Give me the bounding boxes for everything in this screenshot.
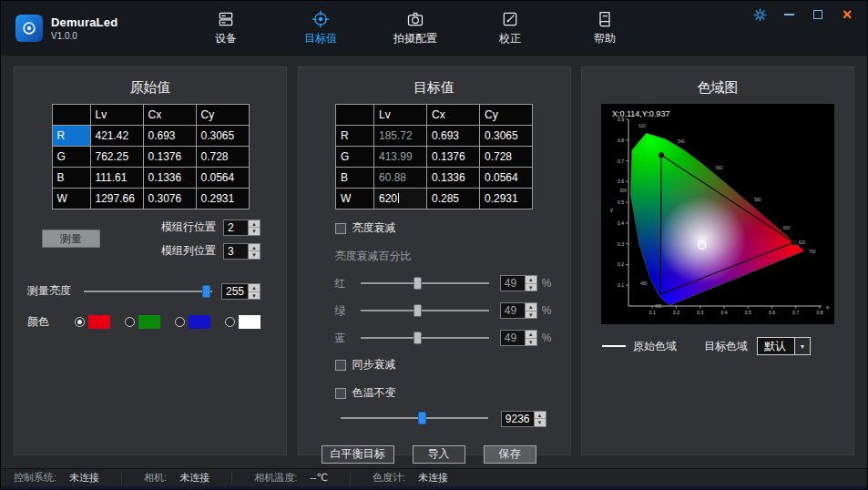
spin-up-icon[interactable]: ▲ <box>526 276 536 283</box>
spin-down-icon[interactable]: ▼ <box>249 291 260 300</box>
cell-R-Cx[interactable]: 0.693 <box>427 126 480 147</box>
cell-W-Cy[interactable]: 0.2931 <box>480 189 533 209</box>
row-header-B[interactable]: B <box>336 168 374 189</box>
cell-W-Lv[interactable]: 1297.66 <box>90 189 143 209</box>
luma-decay-checkrow: 亮度衰减 <box>335 220 570 236</box>
channel-red-decay-spinner[interactable]: 49▲▼ <box>500 275 537 291</box>
nav-item-target-value[interactable]: 目标值 <box>299 10 342 46</box>
nav-item-calibration[interactable]: 校正 <box>488 10 532 46</box>
cell-W-Cx[interactable]: 0.3076 <box>143 189 196 209</box>
spin-up-icon[interactable]: ▲ <box>526 331 536 338</box>
channel-red-decay-slider[interactable] <box>361 276 489 291</box>
panel-title-gamut: 色域图 <box>582 79 853 97</box>
module-col-spinner[interactable]: 3▲▼ <box>223 243 260 260</box>
target-gamut-select[interactable]: 默认 ▼ <box>757 337 811 355</box>
nav-item-device[interactable]: 设备 <box>204 10 248 46</box>
channel-green-decay-spinner[interactable]: 49▲▼ <box>500 302 537 319</box>
table-row-G: G762.250.13760.728 <box>52 147 249 168</box>
close-button[interactable]: × <box>840 7 854 22</box>
row-header-W[interactable]: W <box>52 189 90 209</box>
cell-R-Cx[interactable]: 0.693 <box>143 126 196 147</box>
cell-W-Cy[interactable]: 0.2931 <box>196 189 249 209</box>
color-option-white[interactable] <box>225 315 260 329</box>
cell-R-Cy[interactable]: 0.3065 <box>480 126 533 147</box>
cell-G-Lv[interactable]: 413.99 <box>374 147 427 168</box>
slider-handle[interactable] <box>414 332 422 344</box>
radio-blue[interactable] <box>175 317 185 327</box>
cell-G-Cy[interactable]: 0.728 <box>196 147 249 168</box>
maximize-button[interactable] <box>811 7 825 22</box>
slider-handle[interactable] <box>414 304 422 317</box>
cell-G-Cx[interactable]: 0.1376 <box>143 147 196 168</box>
cell-G-Cx[interactable]: 0.1376 <box>427 147 480 168</box>
spin-up-icon[interactable]: ▲ <box>535 412 546 419</box>
nav-item-capture-config[interactable]: 拍摄配置 <box>393 10 437 46</box>
import-button[interactable]: 导入 <box>413 445 465 464</box>
cell-B-Lv[interactable]: 60.88 <box>374 168 427 189</box>
spin-up-icon[interactable]: ▲ <box>526 303 536 311</box>
save-button[interactable]: 保存 <box>484 445 536 464</box>
target-values-table: LvCxCyR185.720.6930.3065G413.990.13760.7… <box>335 104 533 209</box>
channel-blue-decay-slider[interactable] <box>361 331 489 345</box>
radio-green[interactable] <box>125 317 135 327</box>
spin-down-icon[interactable]: ▼ <box>249 250 260 259</box>
nav-item-help[interactable]: 帮助 <box>583 10 627 46</box>
slider-handle[interactable] <box>418 412 426 424</box>
luma-decay-checkbox[interactable] <box>335 223 346 234</box>
spin-down-icon[interactable]: ▼ <box>535 418 546 426</box>
sync-decay-checkbox[interactable] <box>335 360 346 371</box>
cell-B-Cx[interactable]: 0.1336 <box>427 168 480 189</box>
spin-down-icon[interactable]: ▼ <box>526 338 536 346</box>
measure-color-row: 颜色 <box>27 314 260 330</box>
cell-R-Lv[interactable]: 421.42 <box>90 126 143 147</box>
cell-B-Cy[interactable]: 0.0564 <box>480 168 533 189</box>
cell-W-Cx[interactable]: 0.285 <box>427 189 480 209</box>
spin-up-icon[interactable]: ▲ <box>249 244 260 251</box>
cell-B-Cx[interactable]: 0.1336 <box>143 168 196 189</box>
column-header-corner <box>52 105 90 126</box>
cell-W-Lv[interactable]: 620 <box>374 189 427 209</box>
channel-green-decay-slider[interactable] <box>361 303 489 318</box>
spin-up-icon[interactable]: ▲ <box>249 220 260 228</box>
row-header-W[interactable]: W <box>336 189 374 209</box>
row-header-B[interactable]: B <box>52 168 90 189</box>
slider-handle[interactable] <box>202 285 210 298</box>
target-gamut-label: 目标色域 <box>704 339 748 354</box>
cct-slider[interactable] <box>341 411 488 425</box>
slider-handle[interactable] <box>414 277 422 290</box>
radio-red[interactable] <box>75 317 85 327</box>
spin-down-icon[interactable]: ▼ <box>526 311 536 319</box>
svg-text:700: 700 <box>809 250 816 254</box>
cell-G-Cy[interactable]: 0.728 <box>480 147 533 168</box>
panel-gamut-chart: 色域图 <box>581 66 854 455</box>
cct-checkbox[interactable] <box>335 388 346 399</box>
module-row-spinner[interactable]: 2▲▼ <box>223 219 260 236</box>
spin-up-icon[interactable]: ▲ <box>249 284 260 291</box>
white-balance-target-button[interactable]: 白平衡目标 <box>322 445 394 464</box>
measure-button[interactable]: 测量 <box>42 230 100 248</box>
settings-gear-icon[interactable] <box>752 7 767 22</box>
row-header-R[interactable]: R <box>52 126 90 147</box>
measure-controls: 测量 模组行位置 2▲▼ 模组列位置 3▲▼ <box>42 219 260 260</box>
cell-G-Lv[interactable]: 762.25 <box>90 147 143 168</box>
cell-R-Lv[interactable]: 185.72 <box>374 126 427 147</box>
radio-white[interactable] <box>225 317 235 327</box>
row-header-G[interactable]: G <box>52 147 90 168</box>
cell-R-Cy[interactable]: 0.3065 <box>196 126 249 147</box>
cell-B-Cy[interactable]: 0.0564 <box>196 168 249 189</box>
row-header-R[interactable]: R <box>336 126 374 147</box>
cell-B-Lv[interactable]: 111.61 <box>90 168 143 189</box>
cie-chromaticity-chart[interactable]: 0.10.20.30.40.50.60.70.80.10.20.30.40.50… <box>601 104 834 324</box>
panel-title-original: 原始值 <box>15 79 286 97</box>
row-header-G[interactable]: G <box>336 147 374 168</box>
measure-brightness-slider[interactable] <box>84 284 212 299</box>
spin-down-icon[interactable]: ▼ <box>249 227 260 235</box>
spin-down-icon[interactable]: ▼ <box>526 283 536 291</box>
color-option-blue[interactable] <box>175 315 210 329</box>
measure-brightness-spinner[interactable]: 255▲▼ <box>221 283 260 300</box>
cct-spinner[interactable]: 9236▲▼ <box>501 411 546 427</box>
channel-blue-decay-spinner[interactable]: 49▲▼ <box>500 330 537 346</box>
color-option-green[interactable] <box>125 315 160 329</box>
color-option-red[interactable] <box>75 315 110 329</box>
minimize-button[interactable] <box>781 7 796 22</box>
